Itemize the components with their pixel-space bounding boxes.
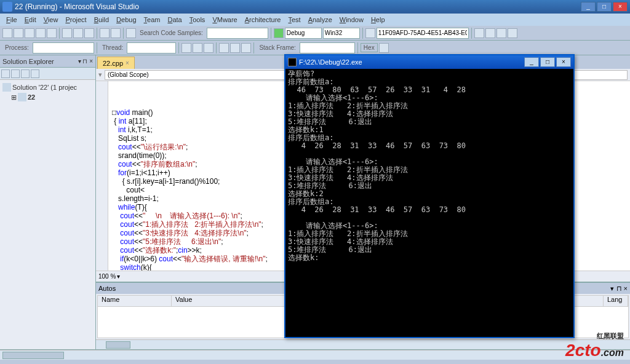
autos-scrollbar[interactable] bbox=[96, 339, 630, 349]
cut-icon[interactable] bbox=[62, 28, 72, 38]
menu-help[interactable]: Help bbox=[367, 16, 389, 23]
autos-col-name[interactable]: Name bbox=[98, 296, 172, 306]
step-out-icon[interactable] bbox=[241, 43, 251, 53]
autos-col-lang[interactable]: Lang bbox=[604, 296, 628, 306]
hex-label[interactable]: Hex bbox=[361, 43, 378, 52]
pause-icon[interactable] bbox=[181, 43, 191, 53]
new-project-icon[interactable] bbox=[2, 28, 12, 38]
close-tab-icon[interactable]: × bbox=[126, 60, 129, 66]
menu-file[interactable]: File bbox=[2, 16, 21, 23]
menu-test[interactable]: Test bbox=[284, 16, 304, 23]
menu-architecture[interactable]: Architecture bbox=[241, 16, 285, 23]
menu-data[interactable]: Data bbox=[164, 16, 185, 23]
run-icon[interactable] bbox=[126, 28, 136, 38]
undo-icon[interactable] bbox=[100, 28, 110, 38]
console-close-button[interactable]: × bbox=[556, 57, 571, 67]
guid-field[interactable] bbox=[377, 28, 469, 39]
menu-build[interactable]: Build bbox=[90, 16, 113, 23]
watermark-com: .com bbox=[601, 347, 624, 358]
menubar: FileEditViewProjectBuildDebugTeamDataToo… bbox=[0, 14, 630, 26]
zoom-level[interactable]: 100 % bbox=[98, 273, 116, 280]
console-output: 孕薪饰? 排序前数组a: 46 73 80 63 57 26 33 31 4 2… bbox=[285, 69, 573, 337]
solution-explorer-title: Solution Explorer bbox=[2, 58, 54, 65]
console-titlebar[interactable]: F:\22\.\Debug\22.exe _ □ × bbox=[285, 55, 573, 69]
watermark-main: 2cto bbox=[565, 341, 601, 360]
maximize-button[interactable]: □ bbox=[597, 2, 612, 12]
stackframe-label: Stack Frame: bbox=[257, 44, 298, 51]
solution-toolbar bbox=[0, 68, 95, 80]
console-maximize-button[interactable]: □ bbox=[540, 57, 555, 67]
main-scrollbar[interactable] bbox=[0, 350, 630, 360]
console-minimize-button[interactable]: _ bbox=[524, 57, 539, 67]
restart-icon[interactable] bbox=[204, 43, 213, 53]
menu-project[interactable]: Project bbox=[62, 16, 90, 23]
file-tab-22cpp[interactable]: 22.cpp × bbox=[97, 57, 135, 69]
process-combo[interactable] bbox=[33, 42, 94, 53]
open-icon[interactable] bbox=[25, 28, 34, 38]
autos-title: Autos bbox=[98, 285, 116, 292]
solution-icon bbox=[2, 83, 11, 92]
pin-icon[interactable]: ▾ ⊓ × bbox=[78, 58, 93, 65]
autos-pin-icon[interactable]: ▾ ⊓ × bbox=[610, 285, 628, 293]
console-window: F:\22\.\Debug\22.exe _ □ × 孕薪饰? 排序前数组a: … bbox=[284, 54, 575, 338]
statusbar bbox=[0, 349, 630, 364]
paste-icon[interactable] bbox=[84, 28, 94, 38]
copy-icon[interactable] bbox=[73, 28, 83, 38]
solution-root-item[interactable]: Solution '22' (1 projec bbox=[2, 82, 93, 92]
cmd-icon bbox=[288, 58, 297, 66]
tool-icon-4[interactable] bbox=[508, 28, 517, 38]
step-over-icon[interactable] bbox=[230, 43, 240, 53]
platform-combo[interactable] bbox=[323, 28, 360, 39]
menu-edit[interactable]: Edit bbox=[21, 16, 40, 23]
project-label: 22 bbox=[28, 93, 35, 101]
unknown-icon[interactable] bbox=[365, 28, 375, 38]
solution-explorer-panel: Solution Explorer ▾ ⊓ × Solution '22' (1… bbox=[0, 55, 96, 349]
solution-tree: Solution '22' (1 projec ⊞ 22 bbox=[0, 80, 95, 105]
minimize-button[interactable]: _ bbox=[581, 2, 596, 12]
toolbar-debug: Process: Thread: Stack Frame: Hex bbox=[0, 41, 630, 55]
expand-icon[interactable]: ⊞ bbox=[11, 93, 17, 101]
tool-icon-3[interactable] bbox=[496, 28, 506, 38]
process-label: Process: bbox=[2, 44, 31, 51]
menu-team[interactable]: Team bbox=[140, 16, 164, 23]
zoom-dropdown-icon[interactable]: ▾ bbox=[117, 273, 120, 280]
vs-icon bbox=[2, 2, 12, 12]
refresh-icon[interactable] bbox=[11, 69, 20, 78]
console-title-text: F:\22\.\Debug\22.exe bbox=[299, 58, 362, 66]
config-combo[interactable] bbox=[285, 28, 322, 39]
project-item[interactable]: ⊞ 22 bbox=[2, 92, 93, 102]
window-titlebar: 22 (Running) - Microsoft Visual Studio _… bbox=[0, 0, 630, 14]
file-tab-label: 22.cpp bbox=[103, 60, 123, 67]
stop-icon[interactable] bbox=[193, 43, 202, 53]
save-all-icon[interactable] bbox=[47, 28, 57, 38]
new-file-icon[interactable] bbox=[14, 28, 23, 38]
tool-icon-2[interactable] bbox=[485, 28, 495, 38]
properties-icon[interactable] bbox=[31, 69, 39, 78]
thread-combo[interactable] bbox=[127, 42, 176, 53]
watermark-logo: 红黑联盟 2cto.com bbox=[565, 331, 624, 360]
menu-vmware[interactable]: VMware bbox=[209, 16, 241, 23]
search-samples-input[interactable] bbox=[207, 28, 268, 39]
menu-view[interactable]: View bbox=[40, 16, 62, 23]
solution-explorer-header: Solution Explorer ▾ ⊓ × bbox=[0, 55, 95, 68]
window-title: 22 (Running) - Microsoft Visual Studio bbox=[15, 2, 139, 11]
search-samples-label: Search Code Samples: bbox=[137, 30, 205, 36]
step-into-icon[interactable] bbox=[219, 43, 229, 53]
expand-scope-icon[interactable]: ▾ bbox=[98, 71, 102, 79]
continue-icon[interactable] bbox=[274, 28, 284, 38]
menu-tools[interactable]: Tools bbox=[186, 16, 209, 23]
show-all-icon[interactable] bbox=[21, 69, 30, 78]
save-icon[interactable] bbox=[36, 28, 46, 38]
stackframe-combo[interactable] bbox=[300, 42, 355, 53]
home-icon[interactable] bbox=[1, 69, 10, 78]
hex-toggle-icon[interactable] bbox=[379, 43, 389, 53]
menu-window[interactable]: Window bbox=[336, 16, 367, 23]
watermark-cn: 红黑联盟 bbox=[565, 331, 624, 341]
close-button[interactable]: × bbox=[613, 2, 628, 12]
project-icon bbox=[18, 93, 26, 101]
solution-root-label: Solution '22' (1 projec bbox=[12, 84, 77, 91]
menu-debug[interactable]: Debug bbox=[113, 16, 140, 23]
menu-analyze[interactable]: Analyze bbox=[305, 16, 336, 23]
tool-icon[interactable] bbox=[474, 28, 484, 38]
redo-icon[interactable] bbox=[111, 28, 121, 38]
